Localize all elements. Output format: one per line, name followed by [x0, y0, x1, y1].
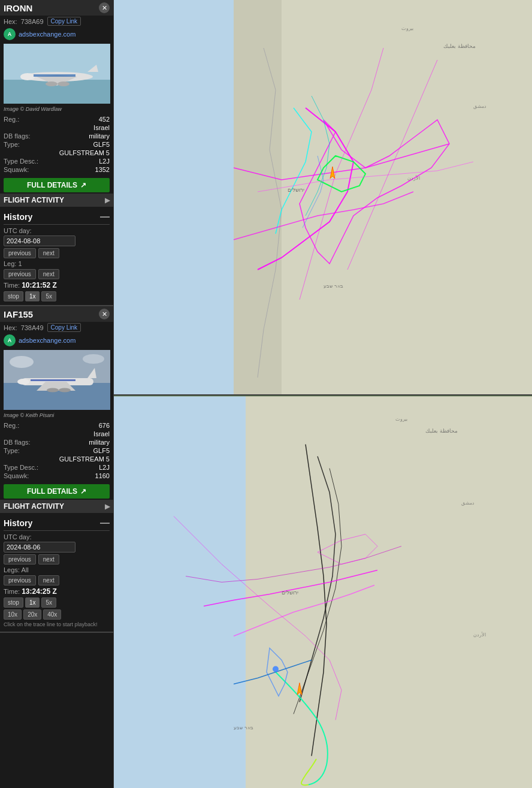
- card1-full-details-button[interactable]: FULL DETAILS ↗: [4, 178, 110, 192]
- card2-legs-label: Legs: All: [4, 566, 110, 573]
- svg-text:באר שבע: באר שבע: [234, 725, 253, 730]
- card1-header: IRONN ✕: [0, 0, 113, 16]
- svg-rect-19: [31, 379, 75, 381]
- svg-text:ירושלים: ירושלים: [282, 590, 298, 596]
- card2-speed-row1: stop 1x 5x: [4, 597, 110, 608]
- card1-type-full-row: GULFSTREAM 5: [4, 149, 110, 157]
- svg-rect-23: [114, 0, 234, 394]
- card2-squawk-label: Squawk:: [4, 472, 29, 479]
- map2[interactable]: محافظة بعلبك بيروت دمشق الأردن ירושלים ב…: [114, 395, 532, 788]
- svg-marker-25: [234, 0, 282, 394]
- card2-reg-label: Reg.:: [4, 422, 19, 429]
- card2-previous-button[interactable]: previous: [4, 554, 36, 564]
- card-iaf155: IAF155 ✕ Hex: 738A49 Copy Link A adsbexc…: [0, 306, 113, 633]
- card1-time-label: Time: 10:21:52 Z: [4, 281, 110, 289]
- card2-flight-activity-row[interactable]: FLIGHT ACTIVITY ▶: [0, 500, 113, 513]
- card1-collapse-icon[interactable]: —: [100, 212, 110, 222]
- card2-leg-previous-button[interactable]: previous: [4, 575, 36, 585]
- card2-type-label: Type:: [4, 447, 20, 454]
- card2-adsb-site: adsbexchange.com: [19, 337, 75, 344]
- svg-text:دمشق: دمشق: [473, 104, 486, 109]
- card2-utc-label: UTC day:: [4, 533, 110, 541]
- card1-image-credit: Image © David Wardlaw: [0, 106, 113, 114]
- card2-speed-row2: 10x 20x 40x: [4, 609, 110, 620]
- svg-rect-7: [34, 74, 75, 77]
- card1-type-row: Type: GLF5: [4, 140, 110, 149]
- svg-text:الأردن: الأردن: [407, 175, 420, 181]
- card2-leg-next-button[interactable]: next: [38, 575, 59, 585]
- card2-country-row: Israel: [4, 430, 110, 438]
- card2-dbflags-row: DB flags: military: [4, 438, 110, 446]
- card2-history-section: History — UTC day: previous next Legs: A…: [0, 514, 113, 632]
- svg-text:محافظة بعلبك: محافظة بعلبك: [425, 428, 458, 434]
- card2-hex-row: Hex: 738A49 Copy Link: [0, 322, 113, 333]
- card2-full-details-button[interactable]: FULL DETAILS ↗: [4, 484, 110, 499]
- card1-type-value: GLF5: [93, 141, 110, 148]
- card1-next-button[interactable]: next: [38, 248, 59, 258]
- svg-text:באר שבע: באר שבע: [324, 283, 343, 289]
- card1-hex-value: 738A69: [21, 18, 44, 25]
- card1-typedesc-label: Type Desc.:: [4, 158, 38, 165]
- card1-copy-link-button[interactable]: Copy Link: [47, 17, 81, 26]
- card-ironn: IRONN ✕ Hex: 738A69 Copy Link A adsbexch…: [0, 0, 113, 306]
- card2-history-label: History: [4, 518, 32, 528]
- card1-adsb-site: adsbexchange.com: [19, 31, 75, 38]
- card1-flight-activity-row[interactable]: FLIGHT ACTIVITY ▶: [0, 194, 113, 207]
- card1-hex-label: Hex:: [4, 18, 17, 25]
- map1[interactable]: محافظة بعلبك بيروت دمشق الأردن ירושלים ב…: [114, 0, 532, 394]
- svg-point-14: [83, 354, 104, 364]
- card1-previous-button[interactable]: previous: [4, 248, 36, 258]
- card2-adsb-row: A adsbexchange.com: [0, 333, 113, 348]
- svg-point-21: [59, 388, 71, 393]
- card1-country-row: Israel: [4, 123, 110, 132]
- card1-date-input[interactable]: [4, 236, 75, 246]
- card1-leg-prev-next-row: previous next: [4, 269, 110, 279]
- card2-adsb-logo: A: [4, 334, 16, 346]
- card2-1x-button[interactable]: 1x: [25, 597, 40, 608]
- position-dot-2: [273, 666, 279, 672]
- card2-10x-button[interactable]: 10x: [4, 609, 22, 620]
- svg-text:ירושלים: ירושלים: [288, 187, 304, 193]
- svg-point-18: [17, 379, 29, 385]
- card1-dbflags-value: military: [89, 132, 110, 140]
- card1-utc-label: UTC day:: [4, 227, 110, 234]
- card1-leg-next-button[interactable]: next: [38, 269, 59, 279]
- card2-5x-button[interactable]: 5x: [41, 597, 56, 608]
- card2-collapse-icon[interactable]: —: [100, 518, 110, 529]
- card2-next-button[interactable]: next: [38, 554, 59, 564]
- card2-image-credit: Image © Keith Pisani: [0, 412, 113, 420]
- card2-hex-value: 738A49: [21, 324, 44, 331]
- svg-point-9: [58, 81, 69, 86]
- card1-1x-button[interactable]: 1x: [25, 291, 40, 301]
- card1-prev-next-row: previous next: [4, 248, 110, 258]
- card2-date-input[interactable]: [4, 542, 75, 552]
- card1-squawk-row: Squawk: 1352: [4, 165, 110, 174]
- card1-flight-activity-label: FLIGHT ACTIVITY: [4, 196, 64, 204]
- card2-reg-row: Reg.: 676: [4, 421, 110, 430]
- card2-copy-link-button[interactable]: Copy Link: [47, 323, 81, 332]
- card2-20x-button[interactable]: 20x: [23, 609, 41, 620]
- card1-5x-button[interactable]: 5x: [41, 291, 56, 301]
- card2-hint-text: Click on the trace line to start playbac…: [4, 621, 110, 630]
- card1-history-title: History —: [4, 210, 110, 225]
- card1-dbflags-row: DB flags: military: [4, 132, 110, 140]
- card1-close-button[interactable]: ✕: [99, 2, 110, 13]
- card2-typedesc-value: L2J: [99, 464, 110, 471]
- card2-close-button[interactable]: ✕: [99, 309, 110, 319]
- card2-40x-button[interactable]: 40x: [43, 609, 61, 620]
- card1-leg-previous-button[interactable]: previous: [4, 269, 36, 279]
- card1-info-table: Reg.: 452 Israel DB flags: military Type…: [0, 114, 113, 175]
- card2-reg-value: 676: [99, 422, 110, 429]
- svg-point-20: [47, 388, 59, 393]
- card1-typedesc-value: L2J: [99, 158, 110, 165]
- card1-aircraft-image: [4, 44, 110, 104]
- card2-squawk-row: Squawk: 1160: [4, 472, 110, 480]
- card1-squawk-label: Squawk:: [4, 166, 29, 173]
- left-panel: IRONN ✕ Hex: 738A69 Copy Link A adsbexch…: [0, 0, 114, 788]
- card2-prev-next-row: previous next: [4, 554, 110, 564]
- card1-stop-button[interactable]: stop: [4, 291, 23, 301]
- card2-history-title: History —: [4, 516, 110, 531]
- svg-text:بيروت: بيروت: [401, 26, 413, 31]
- card1-type-full-value: GULFSTREAM 5: [4, 149, 110, 156]
- card2-stop-button[interactable]: stop: [4, 597, 23, 608]
